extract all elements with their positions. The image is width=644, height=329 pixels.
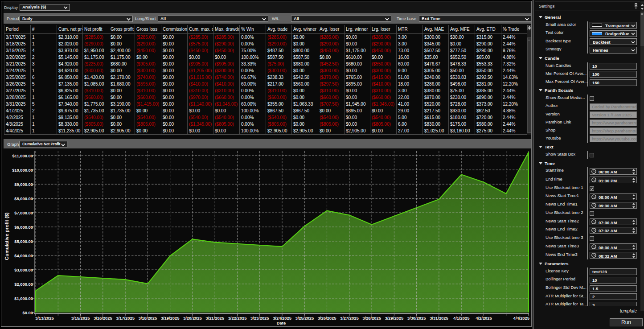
svg-text:$6,000.00: $6,000.00 — [14, 225, 33, 230]
svg-text:4/1/2025: 4/1/2025 — [453, 316, 470, 321]
svg-text:3/27/2025: 3/27/2025 — [340, 316, 359, 321]
svg-text:3/19/2025: 3/19/2025 — [161, 316, 180, 321]
svg-text:3/31/2025: 3/31/2025 — [430, 316, 448, 321]
svg-text:$8,000.00: $8,000.00 — [14, 196, 33, 201]
svg-text:4/2/2025: 4/2/2025 — [476, 316, 492, 321]
svg-text:3/28/2025: 3/28/2025 — [362, 316, 381, 321]
svg-text:$11,000.00: $11,000.00 — [12, 153, 33, 158]
svg-text:$9,000.00: $9,000.00 — [14, 182, 33, 187]
svg-text:$1,000.00: $1,000.00 — [14, 296, 33, 301]
svg-text:3/17/2025: 3/17/2025 — [116, 316, 135, 321]
svg-text:3/30/2025: 3/30/2025 — [407, 316, 426, 321]
svg-text:$4,000.00: $4,000.00 — [14, 253, 33, 258]
svg-text:3/29/2025: 3/29/2025 — [385, 316, 404, 321]
svg-text:3/13/2025: 3/13/2025 — [35, 316, 54, 321]
svg-text:4/4/2025: 4/4/2025 — [513, 316, 530, 321]
svg-text:$3,000.00: $3,000.00 — [14, 267, 33, 272]
svg-text:3/23/2025: 3/23/2025 — [250, 316, 269, 321]
svg-text:$5,000.00: $5,000.00 — [14, 239, 33, 244]
svg-text:3/25/2025: 3/25/2025 — [295, 316, 314, 321]
svg-text:3/22/2025: 3/22/2025 — [228, 316, 247, 321]
svg-text:3/16/2025: 3/16/2025 — [94, 316, 112, 321]
svg-text:$7,000.00: $7,000.00 — [14, 210, 33, 215]
svg-text:3/21/2025: 3/21/2025 — [205, 316, 224, 321]
svg-text:3/18/2025: 3/18/2025 — [139, 316, 157, 321]
svg-text:$2,000.00: $2,000.00 — [14, 282, 33, 287]
svg-text:3/26/2025: 3/26/2025 — [318, 316, 336, 321]
svg-text:$10,000.00: $10,000.00 — [12, 168, 33, 173]
svg-text:3/20/2025: 3/20/2025 — [183, 316, 202, 321]
svg-text:Cumulative profit ($): Cumulative profit ($) — [4, 212, 9, 260]
svg-text:Date: Date — [277, 321, 286, 325]
svg-text:3/15/2025: 3/15/2025 — [71, 316, 90, 321]
svg-text:$0.00: $0.00 — [23, 310, 33, 315]
svg-text:3/24/2025: 3/24/2025 — [273, 316, 291, 321]
